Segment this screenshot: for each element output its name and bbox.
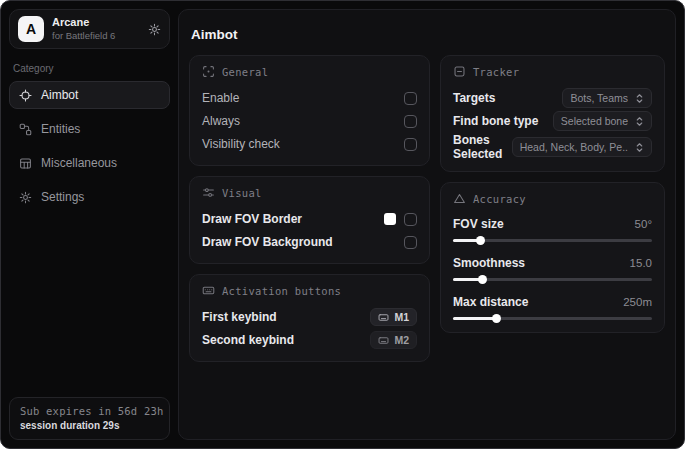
sidebar-nav: Aimbot Entities: [9, 81, 170, 211]
card-title: General: [222, 66, 268, 78]
frame-minus-icon: [453, 65, 466, 78]
sub-expires-text: Sub expires in 56d 23h: [20, 405, 159, 417]
gear-icon: [19, 191, 32, 204]
setting-row-find-bone-type: Find bone type Selected bone: [453, 110, 652, 132]
sliders-icon: [202, 186, 215, 199]
grid-icon: [19, 157, 32, 170]
setting-row-second-keybind: Second keybind M2: [202, 329, 417, 351]
setting-row-visibility-check: Visibility check: [202, 133, 417, 155]
bones-selected-select[interactable]: Head, Neck, Body, Pe..: [512, 137, 652, 157]
sidebar-item-label: Miscellaneous: [41, 156, 117, 170]
max-distance-slider[interactable]: [453, 317, 652, 320]
fov-border-color-swatch[interactable]: [384, 213, 396, 225]
fov-border-checkbox[interactable]: [404, 213, 417, 226]
sidebar-item-label: Aimbot: [41, 88, 78, 102]
sidebar-item-miscellaneous[interactable]: Miscellaneous: [9, 149, 170, 177]
targets-select[interactable]: Bots, Teams: [562, 88, 652, 108]
setting-row-bones-selected: Bones Selected Head, Neck, Body, Pe..: [453, 133, 652, 161]
always-checkbox[interactable]: [404, 115, 417, 128]
keyboard-icon: [378, 335, 389, 346]
chevron-up-down-icon: [635, 116, 644, 127]
enable-checkbox[interactable]: [404, 92, 417, 105]
card-accuracy: Accuracy FOV size 50°: [440, 182, 665, 333]
sidebar-item-label: Entities: [41, 122, 80, 136]
card-title: Activation buttons: [222, 285, 341, 297]
main-area: Aimbot General: [178, 1, 684, 448]
crosshair-icon: [19, 89, 32, 102]
fov-size-slider[interactable]: [453, 239, 652, 242]
second-keybind-button[interactable]: M2: [370, 331, 417, 349]
card-general: General Enable Always Visibility check: [189, 55, 430, 166]
sidebar-item-settings[interactable]: Settings: [9, 183, 170, 211]
card-activation-buttons: Activation buttons First keybind M1: [189, 274, 430, 362]
setting-row-fov-background: Draw FOV Background: [202, 231, 417, 253]
find-bone-type-select[interactable]: Selected bone: [553, 111, 652, 131]
setting-row-first-keybind: First keybind M1: [202, 306, 417, 328]
gear-icon[interactable]: [148, 23, 161, 36]
setting-row-fov-size: FOV size 50°: [453, 214, 652, 242]
fov-background-checkbox[interactable]: [404, 236, 417, 249]
sidebar-item-entities[interactable]: Entities: [9, 115, 170, 143]
smoothness-value: 15.0: [630, 257, 652, 269]
card-title: Accuracy: [473, 193, 526, 205]
setting-row-targets: Targets Bots, Teams: [453, 87, 652, 109]
session-duration-text: session duration 29s: [20, 420, 159, 431]
subscription-info: Sub expires in 56d 23h session duration …: [9, 397, 170, 440]
card-title: Visual: [222, 187, 262, 199]
fov-size-value: 50°: [635, 218, 652, 230]
setting-row-max-distance: Max distance 250m: [453, 292, 652, 320]
app-logo: A: [18, 16, 44, 42]
page-title: Aimbot: [191, 27, 665, 42]
setting-row-smoothness: Smoothness 15.0: [453, 253, 652, 281]
visibility-check-checkbox[interactable]: [404, 138, 417, 151]
setting-row-always: Always: [202, 110, 417, 132]
brand-card: A Arcane for Battlefield 6: [9, 9, 170, 49]
setting-row-fov-border: Draw FOV Border: [202, 208, 417, 230]
max-distance-value: 250m: [623, 296, 652, 308]
chevron-up-down-icon: [635, 93, 644, 104]
sidebar-item-aimbot[interactable]: Aimbot: [9, 81, 170, 109]
entities-icon: [19, 123, 32, 136]
sidebar-item-label: Settings: [41, 190, 84, 204]
card-tracker: Tracker Targets Bots, Teams: [440, 55, 665, 172]
keyboard-icon: [202, 284, 215, 297]
main-panel: Aimbot General: [178, 9, 676, 440]
scan-icon: [202, 65, 215, 78]
app-name: Arcane: [52, 16, 115, 29]
first-keybind-button[interactable]: M1: [370, 308, 417, 326]
category-label: Category: [13, 63, 166, 74]
chevron-up-down-icon: [635, 142, 644, 153]
triangle-icon: [453, 192, 466, 205]
card-title: Tracker: [473, 66, 519, 78]
keyboard-icon: [378, 312, 389, 323]
smoothness-slider[interactable]: [453, 278, 652, 281]
app-window: A Arcane for Battlefield 6 Category: [0, 0, 685, 449]
sidebar: A Arcane for Battlefield 6 Category: [1, 1, 178, 448]
setting-row-enable: Enable: [202, 87, 417, 109]
card-visual: Visual Draw FOV Border Draw FOV Backgrou…: [189, 176, 430, 264]
app-subtitle: for Battlefield 6: [52, 30, 115, 41]
